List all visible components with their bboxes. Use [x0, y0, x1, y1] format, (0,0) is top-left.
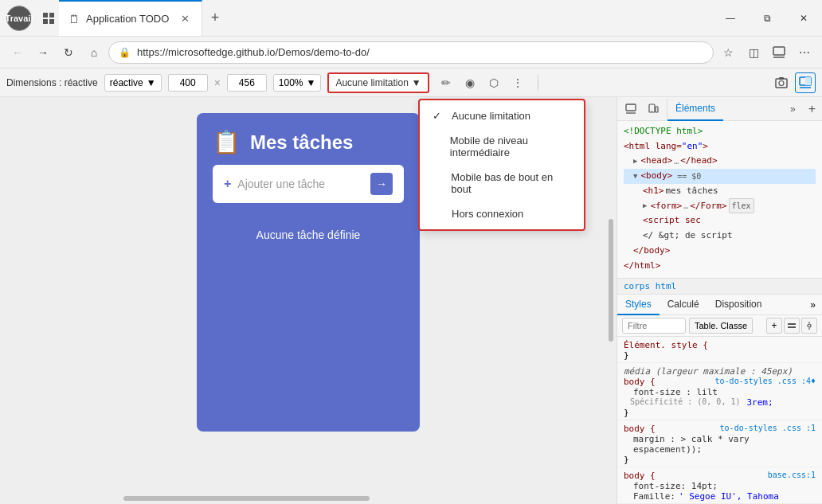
home-button[interactable]: ⌂ — [83, 41, 105, 64]
css-val-family: ' Segoe IU', Tahoma — [679, 491, 779, 502]
more-tools-button[interactable]: ⋮ — [507, 72, 528, 93]
refresh-button[interactable]: ↻ — [57, 41, 80, 64]
dropdown-item-2[interactable]: Mobile bas de bout en bout — [420, 165, 584, 201]
element-breadcrumb[interactable]: corps html — [617, 279, 822, 295]
responsive-label: réactive — [110, 77, 143, 88]
css-selector-element-style: Élément. style { — [624, 340, 708, 350]
devtools-add-tab[interactable]: + — [802, 102, 822, 116]
filter-add-button[interactable]: + — [766, 318, 782, 334]
devtools-button[interactable] — [768, 41, 790, 64]
more-button[interactable]: ⋯ — [793, 41, 816, 64]
html-line-doctype: <!DOCTYPE html> — [624, 124, 816, 139]
todo-input-placeholder: Ajouter une tâche — [237, 178, 364, 190]
zoom-dropdown[interactable]: 100% ▼ — [273, 74, 322, 92]
devtools-more-tabs[interactable]: » — [784, 104, 802, 115]
dropdown-item-label: Aucune limitation — [452, 110, 530, 122]
restore-button[interactable]: ⧉ — [749, 0, 785, 36]
height-input[interactable] — [227, 74, 267, 92]
css-rule-body2: body { to-do-styles .css :1 margin : > c… — [617, 420, 822, 467]
h1-tag: <h1> — [643, 184, 664, 199]
dropdown-item-1[interactable]: Mobile de niveau intermédiaire — [420, 128, 584, 165]
active-tab[interactable]: 🗒 Application TODO ✕ — [59, 0, 202, 36]
devtools-toggle-button[interactable] — [795, 72, 816, 93]
table-class-button[interactable]: Table. Classe — [689, 318, 753, 334]
html-line-h1: <h1> mes tâches — [624, 184, 816, 199]
html-line-html-close: </html> — [624, 259, 816, 274]
forward-button[interactable]: → — [32, 41, 54, 64]
css-selector-body1: body { — [624, 377, 656, 387]
head-tag: <head> — [640, 154, 672, 169]
html-line-body-close: </body> — [624, 244, 816, 259]
svg-rect-4 — [773, 47, 785, 55]
tab-styles[interactable]: Styles — [617, 295, 660, 315]
svg-rect-10 — [805, 77, 811, 85]
network-arrow-icon: ▼ — [412, 77, 421, 88]
pen-button[interactable]: ✏ — [436, 72, 456, 93]
css-source-1[interactable]: to-do-styles .css :4♦ — [715, 377, 816, 387]
width-input[interactable] — [168, 74, 208, 92]
filter-toggle-button[interactable] — [784, 318, 800, 334]
h1-text: mes tâches — [666, 184, 718, 199]
dimensions-dropdown[interactable]: réactive ▼ — [104, 74, 162, 92]
css-selector-body2: body { — [624, 424, 656, 434]
todo-input-area[interactable]: + Ajouter une tâche → — [213, 165, 404, 203]
styles-more-button[interactable]: » — [804, 299, 822, 311]
filter-settings-button[interactable] — [801, 318, 817, 334]
inspect-element-button[interactable] — [620, 99, 641, 119]
css-media-query: média (largeur maximale : 45epx) — [624, 366, 816, 377]
share-button[interactable]: ⬡ — [483, 72, 504, 93]
html-line-body[interactable]: ▼ <body> == $0 — [624, 169, 816, 184]
todo-app-title: Mes tâches — [250, 131, 353, 154]
styles-tabs-bar: Styles Calculé Disposition » — [617, 295, 822, 315]
close-button[interactable]: ✕ — [785, 0, 822, 36]
css-source-2[interactable]: to-do-styles .css :1 — [720, 424, 816, 434]
html-line-form: ▶ <form> … </Form> flex — [624, 198, 816, 213]
body-tag: <body> — [640, 169, 672, 184]
network-dropdown[interactable]: Aucune limitation ▼ — [327, 72, 429, 93]
toolbar-right — [771, 72, 816, 93]
vertical-scrollbar[interactable] — [609, 219, 613, 341]
css-source-3[interactable]: base.css:1 — [768, 471, 816, 481]
html-line-html: <html lang="en"> — [624, 139, 816, 154]
collections-button[interactable]: ◫ — [742, 41, 765, 64]
new-tab-button[interactable]: + — [202, 6, 228, 31]
dropdown-item-3[interactable]: Hors connexion — [420, 201, 584, 226]
expand-body-arrow[interactable]: ▼ — [633, 170, 637, 182]
css-rule-element-style: Élément. style { } — [617, 337, 822, 363]
form-close-tag: </Form> — [690, 199, 726, 214]
head-badge: … — [674, 154, 679, 168]
todo-submit-button[interactable]: → — [370, 173, 393, 195]
expand-form-arrow[interactable]: ▶ — [643, 200, 647, 212]
favorites-button[interactable]: ☆ — [717, 41, 739, 64]
html-tree: <!DOCTYPE html> <html lang="en"> ▶ <head… — [617, 121, 822, 278]
svg-rect-6 — [776, 79, 787, 88]
todo-add-icon: + — [224, 177, 231, 191]
filter-bar: Table. Classe + — [617, 315, 822, 337]
inspect-button[interactable]: ◉ — [460, 72, 480, 93]
horizontal-scrollbar[interactable] — [123, 496, 370, 501]
html-line-head: ▶ <head> … </head> — [624, 154, 816, 169]
todo-header: 📋 Mes tâches — [213, 129, 404, 155]
tab-layout[interactable]: Disposition — [707, 295, 770, 315]
lock-icon: 🔒 — [119, 47, 131, 58]
tab-computed[interactable]: Calculé — [660, 295, 707, 315]
address-bar[interactable]: 🔒 https://microsoftedge.github.io/Demos/… — [108, 41, 714, 64]
filter-input[interactable] — [622, 318, 686, 334]
profile-icon[interactable] — [38, 8, 59, 29]
tab-close-button[interactable]: ✕ — [178, 12, 192, 26]
html-line-script-close: </ &gt; de script — [624, 229, 816, 244]
tab-favicon: 🗒 — [68, 13, 80, 25]
css-prop-margin: margin : > calk * vary — [633, 434, 750, 444]
css-rule-body3: body { base.css:1 font-size: 14pt; Famil… — [617, 467, 822, 504]
capture-button[interactable] — [771, 72, 792, 93]
expand-head-arrow[interactable]: ▶ — [633, 155, 637, 167]
html-tag: <html lang="en"> — [624, 139, 708, 154]
back-button[interactable]: ← — [6, 41, 29, 64]
head-close-tag: </head> — [680, 154, 717, 169]
tab-elements[interactable]: Éléments — [667, 97, 723, 121]
device-emulation-button[interactable] — [643, 99, 663, 119]
zoom-value: 100% — [279, 77, 303, 88]
minimize-button[interactable]: — — [712, 0, 749, 36]
profile-button[interactable]: Travail — [6, 6, 32, 31]
dropdown-item-0[interactable]: ✓ Aucune limitation — [420, 104, 584, 128]
